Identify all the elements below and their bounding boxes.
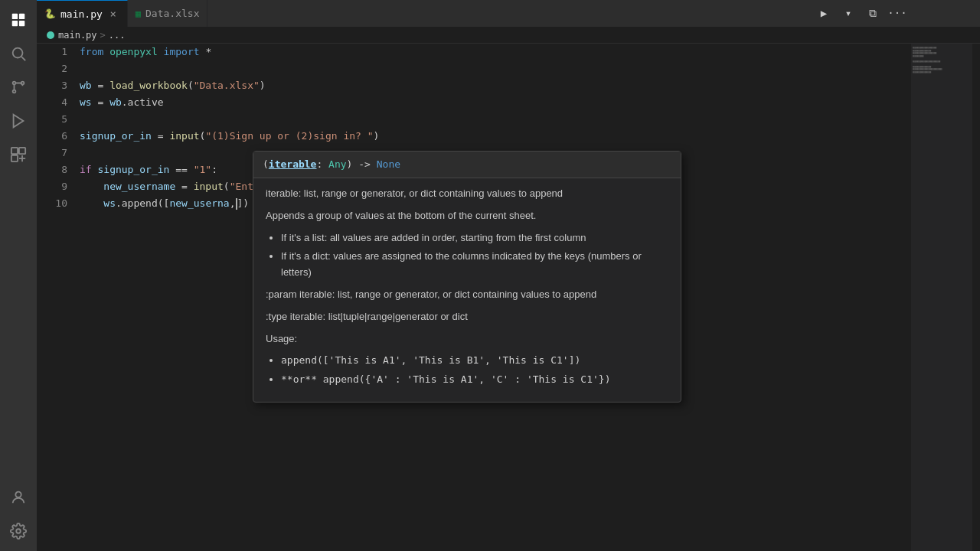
line-num-2: 2 [37,60,67,77]
breadcrumb-file-icon [46,31,55,40]
svg-rect-10 [11,148,18,154]
line-num-5: 5 [37,111,67,128]
tooltip-signature: (iterable: Any) -> None [253,152,681,178]
tab-main-py[interactable]: 🐍 main.py × [37,0,128,27]
source-control-icon[interactable] [5,73,32,101]
line-num-10: 10 [37,195,67,212]
tooltip-desc-2: Appends a group of values at the bottom … [266,208,668,224]
code-line-2 [80,60,911,77]
main-area: 🐍 main.py × ▦ Data.xlsx ▶ ▾ ⧉ ··· main.p… [37,0,980,551]
fn-input-2: input [194,178,224,195]
keyword-import: import [158,44,206,60]
tooltip-usage-list: append(['This is A1', 'This is B1', 'Thi… [281,353,668,388]
code-line-5 [80,111,911,128]
svg-rect-3 [19,21,24,26]
breadcrumb: main.py > ... [37,27,980,44]
svg-rect-0 [12,14,18,19]
split-editor-button[interactable]: ⧉ [862,5,884,21]
tooltip-list-item-1: If it's a list: all values are added in … [281,230,668,246]
str-one: "1" [194,161,211,178]
fn-input-1: input [169,128,199,145]
svg-point-4 [13,48,23,58]
svg-point-15 [47,31,54,39]
vertical-scrollbar[interactable] [972,44,980,551]
svg-rect-12 [11,155,18,161]
line-num-9: 9 [37,178,67,195]
code-line-1: from openpyxl import * [80,44,911,60]
svg-rect-2 [12,21,18,26]
tooltip-usage-label: Usage: [266,331,668,347]
tab-label-data-xlsx: Data.xlsx [145,8,199,19]
str-sign-prompt: "(1)Sign up or (2)sign in? " [205,128,373,145]
tooltip-return-arrow: -> [358,158,371,170]
import-star: * [205,44,211,60]
tooltip-return-type: None [377,158,400,170]
explorer-icon[interactable] [5,6,32,34]
var-wb: wb [80,77,92,94]
tooltip-param-name: iterable [269,158,317,170]
var-signup-or-in: signup_or_in [80,128,152,145]
svg-point-6 [13,82,16,85]
tooltip-body: iterable: list, range or generator, or d… [253,178,681,402]
svg-rect-11 [19,148,25,154]
tab-label-main-py: main.py [60,8,103,20]
editor-container: 1 2 3 4 5 6 7 8 9 10 from openpyxl impor… [37,44,980,551]
tooltip-desc-1: iterable: list, range or generator, or d… [266,186,668,202]
minimap-content: ██████████████████████████ █████████████… [911,44,972,77]
run-button[interactable]: ▶ [813,5,835,21]
keyword-if: if [80,161,92,178]
var-ws-2: ws [103,195,116,212]
fn-load-workbook: load_workbook [109,77,188,94]
settings-icon[interactable] [5,517,32,545]
line-num-7: 7 [37,145,67,161]
tooltip-param-type: Any [328,158,346,170]
line-num-1: 1 [37,44,67,60]
run-debug-icon[interactable] [5,107,32,135]
breadcrumb-separator: > [100,30,106,41]
module-openpyxl: openpyxl [109,44,158,60]
editor-actions: ▶ ▾ ⧉ ··· [810,0,911,26]
breadcrumb-path: ... [109,30,126,41]
code-line-3: wb = load_workbook("Data.xlsx") [80,77,911,94]
intellisense-tooltip: (iterable: Any) -> None iterable: list, … [253,151,681,403]
line-num-3: 3 [37,77,67,94]
code-line-6: signup_or_in = input("(1)Sign up or (2)s… [80,128,911,145]
tooltip-type-doc: :type iterable: list|tuple|range|generat… [266,309,668,325]
svg-point-8 [13,90,16,93]
line-num-4: 4 [37,94,67,111]
run-dropdown-button[interactable]: ▾ [838,5,859,21]
svg-point-14 [16,529,21,533]
breadcrumb-file: main.py [58,30,97,41]
more-actions-button[interactable]: ··· [887,5,908,21]
svg-point-13 [15,492,21,497]
line-numbers: 1 2 3 4 5 6 7 8 9 10 [37,44,77,551]
search-icon[interactable] [5,40,32,67]
extensions-icon[interactable] [5,141,32,168]
code-editor[interactable]: from openpyxl import * wb = load_workboo… [77,44,911,551]
tooltip-usage-2: **or** append({'A' : 'This is A1', 'C' :… [281,372,668,388]
activity-bar [0,0,37,551]
tooltip-param-doc: :param iterable: list, range or generato… [266,287,668,303]
var-new-username: new_username [103,178,175,195]
tab-bar: 🐍 main.py × ▦ Data.xlsx ▶ ▾ ⧉ ··· [37,0,980,27]
line-num-8: 8 [37,161,67,178]
tooltip-list-item-2: If it's a dict: values are assigned to t… [281,249,668,281]
var-signup-or-in-2: signup_or_in [97,161,169,178]
line-num-6: 6 [37,128,67,145]
code-line-4: ws = wb.active [80,94,911,111]
python-file-icon: 🐍 [44,8,56,19]
svg-line-5 [21,57,25,60]
account-icon[interactable] [5,484,32,511]
keyword-from: from [80,44,109,60]
minimap: ██████████████████████████ █████████████… [911,44,972,551]
svg-rect-1 [19,14,24,19]
tab-close-main-py[interactable]: × [107,8,119,20]
tab-data-xlsx[interactable]: ▦ Data.xlsx [128,0,208,27]
str-data-xlsx: "Data.xlsx" [194,77,260,94]
var-ws: ws [80,94,92,111]
excel-file-icon: ▦ [136,8,141,19]
tooltip-list-1: If it's a list: all values are added in … [281,230,668,281]
var-new-userna: new_userna [169,195,229,212]
var-wb2: wb [109,94,122,111]
tooltip-usage-1: append(['This is A1', 'This is B1', 'Thi… [281,353,668,369]
